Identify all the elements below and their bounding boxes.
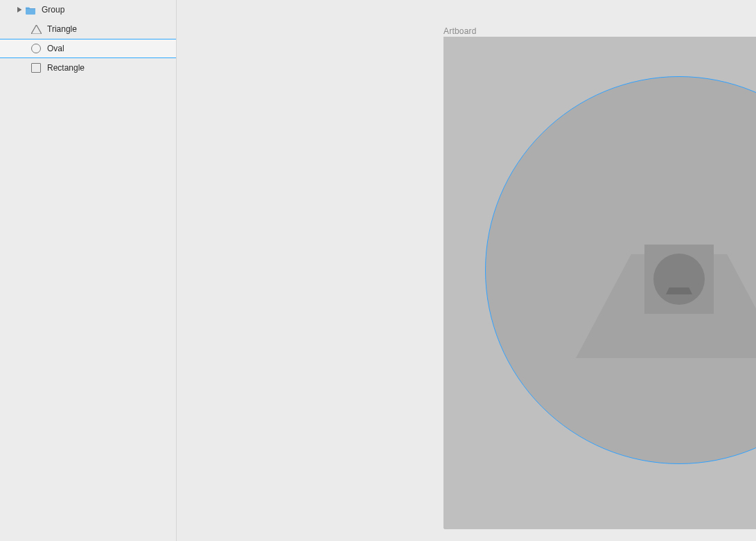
oval-shape-icon xyxy=(30,43,42,54)
layer-label: Triangle xyxy=(47,19,77,39)
svg-marker-1 xyxy=(17,7,21,12)
disclosure-triangle-icon[interactable] xyxy=(15,7,25,12)
layer-label: Group xyxy=(42,0,64,19)
layer-row-oval[interactable]: Oval xyxy=(0,39,176,58)
svg-marker-5 xyxy=(666,287,692,294)
triangle-shape-icon xyxy=(30,24,42,35)
artboard-surface[interactable] xyxy=(443,37,756,529)
rectangle-shape-icon xyxy=(30,62,42,73)
artboard-title[interactable]: Artboard xyxy=(443,26,477,36)
layer-row-triangle[interactable]: Triangle xyxy=(0,19,176,39)
layer-label: Rectangle xyxy=(47,58,85,78)
layer-row-group[interactable]: Group xyxy=(0,0,176,19)
folder-icon xyxy=(25,4,36,15)
group-shape-triangle[interactable] xyxy=(666,287,692,315)
layer-label: Oval xyxy=(47,39,64,58)
canvas[interactable]: Artboard xyxy=(177,0,756,541)
layer-row-rectangle[interactable]: Rectangle xyxy=(0,58,176,78)
svg-rect-2 xyxy=(26,8,35,9)
svg-marker-3 xyxy=(31,25,42,34)
layers-panel: Artboard Group Triangle Oval Rectangle xyxy=(0,0,177,541)
